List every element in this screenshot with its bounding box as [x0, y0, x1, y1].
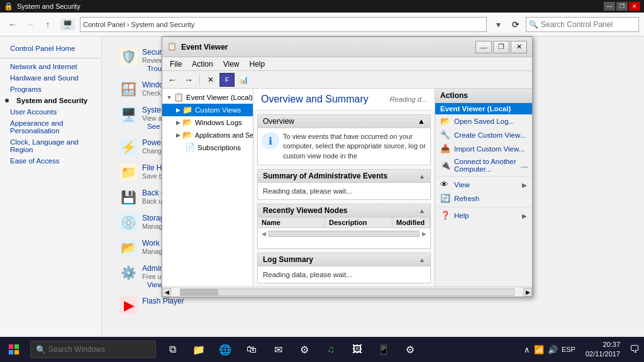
- overview-header[interactable]: Overview ▲: [258, 115, 430, 128]
- menu-file[interactable]: File: [165, 58, 187, 70]
- tree-item-custom-views[interactable]: ▶ 📁 Custom Views: [162, 104, 253, 116]
- notification-button[interactable]: 🗨: [625, 337, 644, 362]
- dialog-minimize-button[interactable]: —: [475, 41, 492, 53]
- recently-collapse-icon: ▲: [419, 207, 425, 214]
- dialog-controls[interactable]: — ❐ ✕: [475, 41, 527, 53]
- mail-button[interactable]: ✉: [265, 337, 291, 362]
- toolbar-action-3[interactable]: 📊: [236, 73, 251, 87]
- action-create-custom[interactable]: 🔧 Create Custom View...: [435, 128, 532, 142]
- power-icon-container: ⚡: [119, 138, 137, 156]
- address-dropdown-button[interactable]: ▾: [491, 17, 506, 32]
- task-view-button[interactable]: ⧉: [160, 337, 185, 362]
- system-security-link[interactable]: System and Security: [11, 96, 92, 105]
- appearance-link[interactable]: Appearance and Personalisation: [5, 119, 96, 135]
- tree-item-event-viewer[interactable]: ▼ 📋 Event Viewer (Local): [162, 91, 253, 104]
- scroll-right-arrow[interactable]: ▶: [523, 288, 532, 297]
- minimize-button[interactable]: —: [604, 2, 615, 11]
- action-refresh[interactable]: 🔄 Refresh: [435, 192, 532, 206]
- summary-section-header[interactable]: Summary of Administrative Events ▲: [258, 170, 430, 183]
- network-internet-link[interactable]: Network and Internet: [5, 62, 96, 71]
- ease-access-link[interactable]: Ease of Access: [5, 156, 96, 165]
- volume-tray-icon[interactable]: 🔊: [548, 345, 558, 354]
- hardware-sound-link[interactable]: Hardware and Sound: [5, 74, 96, 82]
- tree-expand-winlogs: ▶: [174, 118, 182, 127]
- start-button[interactable]: [0, 337, 28, 362]
- edge-button[interactable]: 🌐: [213, 337, 238, 362]
- import-custom-icon: 📥: [440, 144, 450, 154]
- shield-icon: 🛡️: [121, 49, 136, 64]
- chrome-button[interactable]: ⚙: [292, 337, 317, 362]
- recently-scroll-area[interactable]: ◀ ▶: [258, 228, 430, 248]
- log-section-body: Reading data, please wait...: [258, 266, 430, 283]
- photos-button[interactable]: 🖼: [345, 337, 370, 362]
- tree-label-subscriptions: Subscriptions: [197, 144, 241, 151]
- close-button[interactable]: ✕: [629, 2, 640, 11]
- svg-rect-0: [9, 344, 13, 349]
- recently-header[interactable]: Recently Viewed Nodes ▲: [258, 204, 430, 217]
- action-help[interactable]: ❓ Help ▶: [435, 209, 532, 222]
- scrollbar-thumb[interactable]: [180, 289, 218, 295]
- menu-help[interactable]: Help: [245, 58, 270, 70]
- up-button[interactable]: ↑: [40, 17, 55, 32]
- refresh-button[interactable]: ⟳: [508, 17, 523, 32]
- spotify-button[interactable]: ♫: [318, 337, 343, 362]
- scrollbar-track[interactable]: [180, 288, 514, 296]
- forward-button[interactable]: →: [23, 17, 38, 32]
- toolbar-back-button[interactable]: ←: [165, 73, 180, 87]
- window-icon: 🔒: [4, 2, 13, 11]
- dialog-scrollbar[interactable]: ◀ ▶: [162, 287, 532, 297]
- user-accounts-link[interactable]: User Accounts: [5, 107, 96, 116]
- tree-item-subscriptions[interactable]: 📄 Subscriptions: [162, 141, 253, 154]
- tray-expand-icon[interactable]: ∧: [524, 345, 530, 354]
- taskbar-search-box[interactable]: 🔍: [30, 341, 156, 358]
- recently-scroll-left[interactable]: ◀: [262, 231, 266, 237]
- backup-disk-icon: 💾: [121, 190, 136, 205]
- file-explorer-button[interactable]: 📁: [186, 337, 211, 362]
- settings-button[interactable]: ⚙: [397, 337, 423, 362]
- unknown-button[interactable]: 📱: [371, 337, 396, 362]
- programs-link[interactable]: Programs: [5, 85, 96, 94]
- action-open-saved[interactable]: 📂 Open Saved Log...: [435, 114, 532, 128]
- flash-title[interactable]: Flash Player: [142, 297, 626, 305]
- toolbar-action-1[interactable]: ✕: [203, 73, 218, 87]
- power-icon: ⚡: [121, 140, 136, 155]
- dialog-icon: 📋: [167, 42, 177, 52]
- tree-item-windows-logs[interactable]: ▶ 📂 Windows Logs: [162, 116, 253, 129]
- clock-link[interactable]: Clock, Language and Region: [5, 138, 96, 154]
- toolbar-action-2[interactable]: F: [219, 73, 235, 87]
- control-panel-home-link[interactable]: Control Panel Home: [5, 44, 96, 53]
- action-connect[interactable]: 🔌 Connect to Another Computer...: [435, 156, 532, 175]
- search-input[interactable]: [541, 20, 638, 29]
- storage-icon: 💿: [119, 214, 137, 231]
- tree-item-app-services[interactable]: ▶ 📂 Applications and Services Lo...: [162, 129, 253, 141]
- dialog-close-button[interactable]: ✕: [511, 41, 527, 53]
- maximize-button[interactable]: ❐: [616, 2, 628, 11]
- log-section-header[interactable]: Log Summary ▲: [258, 253, 430, 266]
- taskbar-search-icon: 🔍: [36, 345, 46, 354]
- help-icon: ❓: [440, 211, 450, 221]
- window-controls[interactable]: — ❐ ✕: [604, 2, 640, 11]
- dialog-maximize-button[interactable]: ❐: [493, 41, 509, 53]
- recently-columns: Name Description Modified: [258, 217, 430, 228]
- overview-body-text: To view events that have occurred on you…: [283, 133, 426, 160]
- spotify-icon: ♫: [327, 344, 335, 355]
- info-icon: ℹ: [269, 135, 272, 147]
- taskbar-search-input[interactable]: [48, 345, 150, 354]
- recently-scrollbar-track[interactable]: [269, 231, 419, 237]
- menu-action[interactable]: Action: [187, 58, 218, 70]
- back-button[interactable]: ←: [5, 17, 20, 32]
- network-tray-icon[interactable]: 📶: [534, 345, 544, 354]
- action-import-custom[interactable]: 📥 Import Custom View...: [435, 142, 532, 156]
- scroll-left-arrow[interactable]: ◀: [162, 288, 171, 297]
- log-body-text: Reading data, please wait...: [263, 271, 352, 278]
- recently-scroll-right[interactable]: ▶: [422, 231, 426, 237]
- clock-display[interactable]: 20:37 02/11/2017: [580, 340, 625, 359]
- menu-view[interactable]: View: [218, 58, 245, 70]
- search-icon: 🔍: [526, 20, 541, 29]
- toolbar-forward-button[interactable]: →: [181, 73, 196, 87]
- tree-icon-subs: 📄: [185, 143, 195, 153]
- tree-label-app-services: Applications and Services Lo...: [195, 131, 253, 139]
- store-button[interactable]: 🛍: [239, 337, 264, 362]
- action-view[interactable]: 👁 View ▶: [435, 178, 532, 192]
- refresh-label: Refresh: [454, 195, 479, 202]
